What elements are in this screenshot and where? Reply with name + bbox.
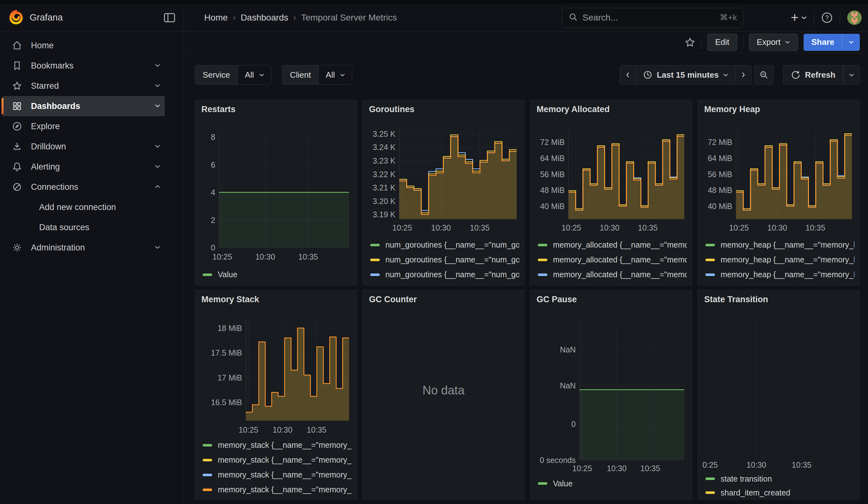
nav-actions: + ? bbox=[790, 10, 862, 25]
panel-gc-counter: GC Counter No data bbox=[362, 290, 525, 500]
user-avatar[interactable] bbox=[847, 10, 862, 25]
add-button[interactable]: + bbox=[790, 11, 807, 24]
sidebar-item-add-new-connection[interactable]: Add new connection bbox=[2, 197, 165, 217]
memory-allocated-chart[interactable]: 10:2510:3010:3572 MiB64 MiB56 MiB48 MiB4… bbox=[535, 118, 687, 286]
sidebar-item-label: Drilldown bbox=[31, 142, 155, 152]
bookmark-icon bbox=[11, 60, 23, 71]
panel-title[interactable]: Memory Allocated bbox=[537, 104, 687, 114]
legend-label: Value bbox=[218, 270, 237, 279]
zoom-out-button[interactable] bbox=[754, 65, 774, 85]
sidebar-item-connections[interactable]: Connections bbox=[2, 177, 165, 197]
service-value-dropdown[interactable]: All bbox=[238, 65, 271, 84]
search-input[interactable]: Search... ⌘+k bbox=[562, 8, 743, 28]
chevron-down-icon bbox=[155, 164, 161, 169]
breadcrumb-dashboards[interactable]: Dashboards bbox=[240, 13, 288, 23]
legend-item[interactable]: memory_stack {__name__="memory_s bbox=[203, 482, 352, 497]
svg-text:10:25: 10:25 bbox=[561, 223, 581, 232]
legend-item[interactable]: memory_heap {__name__="memory_h bbox=[705, 237, 855, 252]
share-options-chevron[interactable] bbox=[842, 34, 860, 51]
client-value: All bbox=[326, 70, 335, 80]
refresh-interval-chevron[interactable] bbox=[844, 65, 860, 85]
time-range-picker[interactable]: Last 15 minutes bbox=[636, 65, 735, 85]
svg-text:72 MiB: 72 MiB bbox=[540, 138, 565, 146]
restarts-chart[interactable]: 10:2510:3010:3586420Value bbox=[200, 118, 352, 282]
state-transition-chart[interactable]: 0:2510:3010:35state transitionshard_item… bbox=[703, 308, 855, 500]
legend-item[interactable]: shard_item_created bbox=[705, 486, 855, 500]
favorite-star-icon[interactable] bbox=[684, 37, 696, 48]
chevron-down-icon bbox=[155, 103, 161, 109]
sidebar-item-explore[interactable]: Explore bbox=[2, 116, 165, 136]
refresh-button[interactable]: Refresh bbox=[783, 65, 844, 85]
export-label: Export bbox=[757, 37, 781, 47]
goroutines-chart[interactable]: 10:2510:3010:353.25 K3.24 K3.23 K3.22 K3… bbox=[368, 118, 519, 286]
panel-title[interactable]: Memory Stack bbox=[202, 295, 352, 305]
sidebar-item-dashboards[interactable]: Dashboards bbox=[2, 96, 165, 116]
legend-item[interactable]: memory_stack {__name__="memory_s bbox=[203, 467, 352, 482]
legend-label: memory_stack {__name__="memory_s bbox=[218, 485, 352, 494]
legend-item[interactable]: memory_heap {__name__="memory_h bbox=[705, 252, 855, 267]
legend-item[interactable]: memory_stack {__name__="memory_s bbox=[203, 453, 352, 467]
service-variable: Service All bbox=[195, 65, 271, 85]
legend-item[interactable]: memory_heap {__name__="memory_h bbox=[705, 267, 855, 282]
edit-button[interactable]: Edit bbox=[707, 34, 737, 51]
legend-item[interactable]: memory_stack {__name__="memory_s bbox=[203, 438, 352, 453]
legend-item[interactable]: memory_allocated {__name__="memo bbox=[538, 252, 687, 267]
export-button[interactable]: Export bbox=[749, 34, 798, 51]
legend-item[interactable]: Value bbox=[203, 267, 352, 282]
gc-pause-chart[interactable]: 10:2510:3010:35NaNNaN00 secondsValue bbox=[535, 308, 687, 491]
legend-item[interactable]: memory_allocated {__name__="memo bbox=[538, 267, 687, 282]
bell-icon bbox=[11, 161, 23, 172]
nav-left: Grafana bbox=[0, 4, 184, 31]
sidebar-collapse-icon[interactable] bbox=[164, 12, 175, 23]
memory-stack-chart[interactable]: 10:2510:3010:3518 MiB17.5 MiB17 MiB16.5 … bbox=[200, 308, 352, 497]
client-value-dropdown[interactable]: All bbox=[319, 65, 352, 84]
service-value: All bbox=[245, 70, 254, 80]
breadcrumb-home[interactable]: Home bbox=[204, 13, 228, 23]
memory-heap-chart[interactable]: 10:2510:3010:3572 MiB64 MiB56 MiB48 MiB4… bbox=[703, 118, 855, 286]
share-button[interactable]: Share bbox=[804, 34, 842, 51]
time-shift-forward-button[interactable] bbox=[735, 65, 752, 85]
sidebar-item-bookmarks[interactable]: Bookmarks bbox=[2, 55, 165, 76]
svg-text:56 MiB: 56 MiB bbox=[540, 170, 565, 179]
sidebar-item-data-sources[interactable]: Data sources bbox=[2, 217, 165, 237]
panel-title[interactable]: Memory Heap bbox=[704, 104, 855, 114]
sidebar-item-administration[interactable]: Administration bbox=[2, 237, 165, 258]
sidebar-item-label: Add new connection bbox=[39, 203, 165, 212]
sidebar: Home Bookmarks Starred Dashboards bbox=[0, 32, 184, 504]
legend-item[interactable]: memory_heap {__name__="memory_h bbox=[705, 282, 855, 286]
breadcrumb-separator: › bbox=[233, 13, 236, 22]
legend-item[interactable]: num_goroutines {__name__="num_go bbox=[370, 252, 519, 267]
sidebar-item-drilldown[interactable]: Drilldown bbox=[2, 136, 165, 157]
chevron-down-icon bbox=[155, 245, 161, 250]
legend-item[interactable]: Value bbox=[538, 476, 687, 491]
panel-title[interactable]: Restarts bbox=[202, 104, 352, 114]
legend-item[interactable]: memory_allocated {__name__="memo bbox=[538, 282, 687, 286]
svg-text:10:35: 10:35 bbox=[638, 223, 658, 232]
legend-item[interactable]: memory_allocated {__name__="memo bbox=[538, 237, 687, 252]
sidebar-item-alerting[interactable]: Alerting bbox=[2, 157, 165, 177]
legend-swatch bbox=[203, 488, 212, 491]
legend-label: num_goroutines {__name__="num_go bbox=[385, 285, 519, 286]
legend-item[interactable]: state transition bbox=[705, 472, 855, 486]
search-shortcut: ⌘+k bbox=[720, 13, 737, 22]
sidebar-item-home[interactable]: Home bbox=[2, 35, 165, 55]
legend-item[interactable]: num_goroutines {__name__="num_go bbox=[370, 237, 519, 252]
chevron-right-icon bbox=[742, 72, 745, 78]
filters-row: Service All Client All bbox=[195, 65, 860, 85]
panel-title[interactable]: Goroutines bbox=[369, 104, 519, 114]
svg-text:17 MiB: 17 MiB bbox=[217, 373, 242, 382]
svg-text:10:30: 10:30 bbox=[273, 425, 292, 434]
panel-title[interactable]: GC Counter bbox=[369, 295, 519, 305]
time-shift-back-button[interactable] bbox=[620, 65, 636, 85]
chevron-down-icon bbox=[723, 73, 728, 77]
svg-text:10:30: 10:30 bbox=[600, 223, 620, 232]
sidebar-item-starred[interactable]: Starred bbox=[2, 76, 165, 96]
legend-item[interactable]: num_goroutines {__name__="num_go bbox=[370, 267, 519, 282]
panel-title[interactable]: State Transition bbox=[704, 295, 855, 305]
help-icon[interactable]: ? bbox=[821, 12, 833, 24]
grafana-app: Grafana Home › Dashboards › Temporal Ser… bbox=[0, 0, 868, 504]
legend-item[interactable]: num_goroutines {__name__="num_go bbox=[370, 282, 519, 286]
panel-title[interactable]: GC Pause bbox=[537, 295, 687, 305]
svg-text:NaN: NaN bbox=[560, 381, 576, 390]
svg-text:17.5 MiB: 17.5 MiB bbox=[211, 348, 242, 357]
